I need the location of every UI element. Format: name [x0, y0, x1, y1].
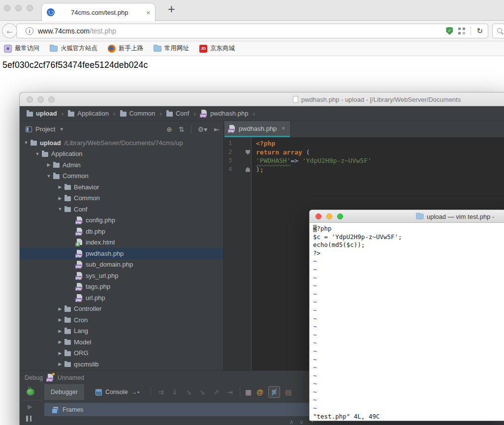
breadcrumb-item[interactable]: Common: [120, 110, 156, 117]
tree-collapse-icon[interactable]: ▼: [34, 152, 41, 156]
pin-tab-icon[interactable]: →▪: [131, 389, 139, 395]
terminal-zoom-button[interactable]: [337, 213, 343, 219]
terminal-content[interactable]: <?php$c = 'YdpU2H9p-z~UVw5F';echo(md5($c…: [310, 223, 504, 421]
tree-item-Lang[interactable]: ▶Lang: [20, 326, 223, 337]
tree-expand-icon[interactable]: ▶: [57, 351, 63, 356]
tree-collapse-icon[interactable]: ▼: [45, 174, 52, 179]
tree-item-Behavior[interactable]: ▶Behavior: [20, 182, 223, 193]
tree-item-ORG[interactable]: ▶ORG: [20, 348, 223, 359]
tree-item-label: url.php: [86, 294, 105, 302]
tree-expand-icon[interactable]: ▶: [57, 196, 63, 201]
tree-item-Controller[interactable]: ▶Controller: [20, 304, 223, 315]
bookmark-item[interactable]: JD京东商城: [199, 44, 235, 53]
browser-tab[interactable]: 74cms.com/test.php ×: [41, 3, 156, 21]
editor-tab-close-icon[interactable]: ×: [282, 125, 285, 132]
breadcrumb-item[interactable]: upload: [27, 110, 57, 117]
new-tab-button[interactable]: +: [168, 2, 175, 16]
bookmark-item[interactable]: 火狐官方站点: [50, 44, 97, 53]
folder-icon: [31, 141, 37, 146]
vim-tilde: ~: [313, 266, 317, 273]
fold-marker-icon[interactable]: [246, 150, 250, 155]
tree-item-sub_domain.php[interactable]: phpsub_domain.php: [20, 259, 223, 271]
run-to-cursor-icon[interactable]: ⇥: [225, 388, 235, 396]
chevron-down-icon[interactable]: ∨: [299, 419, 304, 425]
terminal-minimize-button[interactable]: [326, 213, 332, 219]
tree-item-tags.php[interactable]: phptags.php: [20, 281, 223, 293]
pause-program-icon[interactable]: [26, 416, 32, 422]
tree-item-Conf[interactable]: ▼Conf: [20, 204, 223, 215]
tree-collapse-icon[interactable]: ▼: [57, 207, 63, 212]
breadcrumb-item[interactable]: phppwdhash.php: [200, 110, 248, 117]
tree-item-pwdhash.php[interactable]: phppwdhash.php: [20, 248, 223, 259]
step-out-icon[interactable]: ⇗: [211, 388, 221, 396]
resume-program-icon[interactable]: ▶: [28, 403, 32, 410]
tab-close-icon[interactable]: ×: [146, 9, 150, 16]
editor-tab-pwdhash[interactable]: php pwdhash.php ×: [224, 121, 290, 137]
tree-item-upload[interactable]: ▼upload/Library/WebServer/Documents/74cm…: [20, 137, 223, 149]
evaluate-expression-icon[interactable]: ▦: [245, 388, 252, 396]
tree-item-Cron[interactable]: ▶Cron: [20, 314, 223, 326]
settings-gear-icon[interactable]: ⚙▾: [198, 125, 208, 133]
show-execution-point-icon[interactable]: ⇉: [156, 388, 166, 396]
watch-method-return-icon[interactable]: @: [256, 388, 263, 396]
force-step-into-icon[interactable]: ⇘: [197, 388, 207, 396]
tree-expand-icon[interactable]: ▶: [57, 362, 63, 366]
reload-icon[interactable]: ↻: [476, 27, 483, 35]
qr-code-icon[interactable]: [458, 28, 465, 34]
url-bar[interactable]: i www.74cms.com/test.php ✓ ↻: [16, 24, 488, 38]
step-into-icon[interactable]: ⇘: [184, 388, 193, 396]
tree-item-qscmslib[interactable]: ▶qscmslib: [20, 359, 223, 370]
tree-item-Common[interactable]: ▶Common: [20, 193, 223, 204]
code-token: ): [256, 166, 260, 173]
search-box[interactable]: [492, 24, 504, 38]
tree-item-url.php[interactable]: phpurl.php: [20, 292, 223, 304]
back-button[interactable]: ←: [2, 23, 17, 38]
tree-expand-icon[interactable]: ▶: [57, 306, 63, 311]
tree-expand-icon[interactable]: ▶: [57, 329, 63, 334]
bookmark-item[interactable]: ✱最常访问: [4, 44, 39, 53]
project-view-dropdown-icon[interactable]: ▾: [60, 126, 63, 132]
fold-marker-icon[interactable]: [246, 167, 250, 172]
collapse-all-icon[interactable]: ⇅: [179, 125, 185, 133]
tab-console[interactable]: Console →▪: [89, 384, 146, 400]
tree-item-sys_url.php[interactable]: phpsys_url.php: [20, 270, 223, 281]
tree-item-label: Lang: [74, 327, 88, 334]
browser-zoom-button[interactable]: [27, 5, 33, 11]
security-shield-icon[interactable]: ✓: [446, 27, 453, 35]
hide-panel-icon[interactable]: ⇤: [214, 125, 220, 133]
tree-item-Admin[interactable]: ▶Admin: [20, 159, 223, 171]
info-icon[interactable]: i: [26, 27, 33, 35]
browser-close-button[interactable]: [4, 5, 10, 11]
tree-expand-icon[interactable]: ▶: [45, 162, 52, 167]
bookmark-item[interactable]: 新手上路: [108, 44, 143, 53]
terminal-title-bar[interactable]: upload — vim test.php -: [310, 210, 504, 223]
breadcrumb-item[interactable]: Application: [68, 110, 109, 117]
tree-collapse-icon[interactable]: ▼: [23, 140, 30, 145]
bookmark-item[interactable]: 常用网址: [154, 44, 189, 53]
editor-gutter[interactable]: 1234: [224, 137, 252, 370]
step-over-icon[interactable]: ⇓: [170, 388, 180, 396]
tree-item-Application[interactable]: ▼Application: [20, 149, 223, 160]
terminal-close-button[interactable]: [315, 213, 321, 219]
browser-minimize-button[interactable]: [15, 5, 22, 11]
tab-debugger[interactable]: Debugger: [44, 384, 84, 400]
ide-title-bar[interactable]: pwdhash.php - upload - [/Library/WebServ…: [20, 92, 504, 106]
terminal-window: upload — vim test.php - <?php$c = 'YdpU2…: [309, 210, 504, 421]
breadcrumb-item[interactable]: Conf: [166, 110, 189, 117]
tree-item-index.html[interactable]: Hindex.html: [20, 237, 223, 248]
tree-expand-icon[interactable]: ▶: [57, 317, 63, 322]
tree-item-db.php[interactable]: phpdb.php: [20, 226, 223, 237]
tree-expand-icon[interactable]: ▶: [57, 339, 63, 344]
ide-minimize-button[interactable]: [37, 96, 44, 103]
ide-zoom-button[interactable]: [48, 96, 55, 103]
tree-expand-icon[interactable]: ▶: [57, 184, 63, 189]
show-line-numbers-toggle[interactable]: ≣: [268, 386, 280, 398]
chevron-up-icon[interactable]: ∧: [289, 419, 294, 425]
tree-item-Model[interactable]: ▶Model: [20, 336, 223, 348]
folder-icon: [42, 152, 48, 157]
export-threads-icon[interactable]: ▤: [285, 388, 291, 396]
ide-close-button[interactable]: [27, 96, 33, 103]
tree-item-config.php[interactable]: phpconfig.php: [20, 215, 223, 226]
locate-file-icon[interactable]: ⊕: [166, 125, 172, 133]
tree-item-Common[interactable]: ▼Common: [20, 171, 223, 182]
